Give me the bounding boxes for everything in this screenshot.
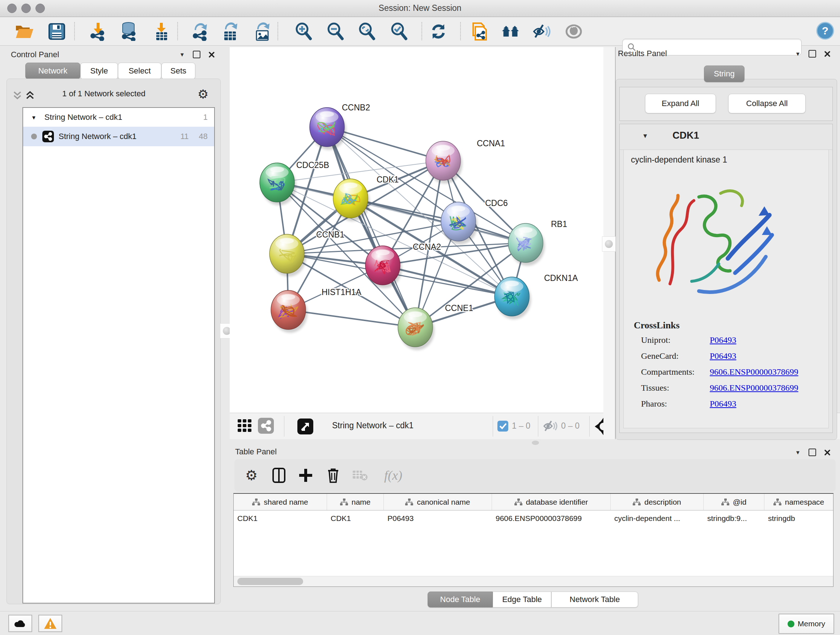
expand-all-button[interactable]: Expand All — [645, 94, 716, 113]
memory-button[interactable]: Memory — [778, 614, 834, 634]
gene-card-content: cyclin-dependent kinase 1 CrossLinks — [623, 149, 829, 428]
save-session-icon[interactable] — [48, 22, 66, 41]
crosslink-compartments-link[interactable]: 9606.ENSP00000378699 — [710, 367, 798, 377]
cell-name[interactable]: CDK1 — [327, 510, 384, 526]
tab-network-table[interactable]: Network Table — [551, 592, 638, 608]
export-network-icon[interactable] — [191, 22, 209, 41]
network-tree-row-selected[interactable]: String Network – cdk1 11 48 — [23, 127, 214, 146]
column-header-canonical-name[interactable]: canonical name — [384, 494, 492, 510]
add-column-icon[interactable] — [297, 466, 315, 485]
cell-canonical-name[interactable]: P06493 — [384, 510, 492, 526]
network-node-cdc6[interactable] — [441, 202, 477, 244]
table-horizontal-scrollbar[interactable] — [234, 576, 833, 586]
tab-edge-table[interactable]: Edge Table — [493, 592, 551, 608]
right-splitter-handle[interactable] — [602, 236, 616, 252]
tab-style[interactable]: Style — [80, 63, 118, 79]
network-share-icon[interactable] — [258, 418, 274, 435]
panel-close-icon[interactable] — [824, 51, 831, 57]
panel-collapse-icon[interactable]: ▼ — [795, 51, 801, 57]
network-tree-root-row[interactable]: ▼ String Network – cdk1 1 — [23, 108, 214, 127]
horizontal-splitter[interactable] — [230, 439, 840, 447]
network-node-ccne1[interactable] — [398, 308, 434, 350]
tab-node-table[interactable]: Node Table — [428, 592, 493, 608]
tab-network[interactable]: Network — [25, 63, 80, 79]
crosslink-uniprot-link[interactable]: P06493 — [710, 335, 798, 345]
network-canvas[interactable]: CCNB2CCNA1CDC25BCDK1CDC6RB1CCNB1CCNA2CDK… — [230, 47, 604, 413]
hide-selected-icon[interactable] — [532, 22, 551, 41]
network-node-ccnb2[interactable] — [309, 108, 346, 150]
results-panel-title: Results Panel — [618, 49, 667, 58]
collapse-all-networks-icon[interactable] — [12, 90, 23, 102]
import-network-database-icon[interactable] — [119, 22, 137, 41]
cell-id[interactable]: stringdb:9... — [704, 510, 764, 526]
crosslink-genecard-link[interactable]: P06493 — [710, 351, 798, 361]
cell-database-identifier[interactable]: 9606.ENSP00000378699 — [492, 510, 611, 526]
selected-nodes-checkbox-icon[interactable] — [497, 421, 508, 433]
panel-collapse-icon[interactable]: ▼ — [795, 450, 801, 455]
export-table-icon[interactable] — [221, 22, 239, 41]
tab-select[interactable]: Select — [118, 63, 161, 79]
cell-shared-name[interactable]: CDK1 — [234, 510, 327, 526]
string-network-graph[interactable]: CCNB2CCNA1CDC25BCDK1CDC6RB1CCNB1CCNA2CDK… — [230, 47, 603, 413]
network-edge[interactable] — [327, 127, 415, 327]
splitter-grip-icon[interactable] — [532, 440, 539, 445]
tab-sets[interactable]: Sets — [161, 63, 195, 79]
panel-collapse-icon[interactable]: ▼ — [180, 52, 185, 57]
help-icon[interactable]: ? — [816, 22, 834, 40]
gene-expander-icon[interactable]: ▼ — [642, 133, 648, 139]
panel-float-icon[interactable] — [193, 51, 201, 58]
zoom-out-icon[interactable] — [326, 22, 344, 41]
open-session-icon[interactable] — [15, 22, 33, 41]
panel-close-icon[interactable] — [208, 51, 215, 58]
show-columns-icon[interactable] — [270, 466, 288, 485]
clear-table-icon[interactable] — [351, 466, 369, 485]
tab-string[interactable]: String — [704, 65, 745, 82]
function-builder-icon[interactable]: f(x) — [377, 466, 409, 485]
hidden-eye-icon[interactable] — [543, 420, 557, 434]
zoom-in-icon[interactable] — [294, 22, 313, 41]
cloud-button[interactable] — [8, 615, 32, 632]
cell-namespace[interactable]: stringdb — [764, 510, 833, 526]
network-node-ccna1[interactable] — [426, 141, 462, 184]
network-node-rb1[interactable] — [508, 223, 545, 266]
crosslink-tissues-link[interactable]: 9606.ENSP00000378699 — [710, 383, 798, 393]
panel-close-icon[interactable] — [824, 449, 831, 456]
column-header-name[interactable]: name — [327, 494, 384, 510]
warning-button[interactable] — [38, 615, 62, 632]
panel-float-icon[interactable] — [808, 50, 816, 57]
network-options-gear-icon[interactable]: ⚙ — [197, 87, 208, 101]
crosslink-pharos-link[interactable]: P06493 — [710, 399, 798, 409]
zoom-selected-icon[interactable] — [390, 22, 408, 41]
column-header-description[interactable]: description — [611, 494, 704, 510]
column-header-database-identifier[interactable]: database identifier — [492, 494, 611, 510]
node-label-hist1h1a: HIST1H1A — [322, 287, 362, 297]
refresh-icon[interactable] — [429, 22, 447, 41]
column-header-namespace[interactable]: namespace — [764, 494, 833, 510]
table-settings-gear-icon[interactable]: ⚙ — [242, 466, 261, 485]
duplicate-page-icon[interactable] — [470, 22, 488, 41]
scrollbar-thumb[interactable] — [237, 578, 303, 585]
open-in-window-icon[interactable] — [297, 418, 313, 437]
network-node-cdkn1a[interactable] — [494, 277, 531, 319]
cell-description[interactable]: cyclin-dependent ... — [611, 510, 704, 526]
fit-content-icon[interactable] — [358, 22, 376, 41]
network-node-ccna2[interactable] — [365, 246, 402, 288]
birdseye-grid-icon[interactable] — [238, 419, 254, 435]
first-neighbors-icon[interactable] — [501, 22, 519, 41]
right-splitter[interactable] — [603, 47, 616, 439]
column-header-shared-name[interactable]: shared name — [234, 494, 327, 510]
tree-expander-icon[interactable]: ▼ — [31, 114, 36, 120]
network-node-cdc25b[interactable] — [260, 163, 296, 205]
network-node-cdk1[interactable] — [333, 179, 370, 221]
show-all-icon[interactable] — [565, 22, 583, 41]
delete-column-icon[interactable] — [324, 466, 342, 485]
panel-float-icon[interactable] — [808, 448, 816, 456]
column-header-id[interactable]: @id — [704, 494, 764, 510]
export-image-icon[interactable] — [253, 22, 271, 41]
gene-card-header[interactable]: ▼ CDK1 — [620, 124, 832, 150]
import-network-file-icon[interactable] — [89, 22, 107, 41]
collapse-all-button[interactable]: Collapse All — [728, 94, 806, 113]
network-node-hist1h1a[interactable] — [271, 290, 308, 333]
import-table-file-icon[interactable] — [152, 22, 171, 41]
table-row[interactable]: CDK1 CDK1 P06493 9606.ENSP00000378699 cy… — [234, 510, 833, 526]
